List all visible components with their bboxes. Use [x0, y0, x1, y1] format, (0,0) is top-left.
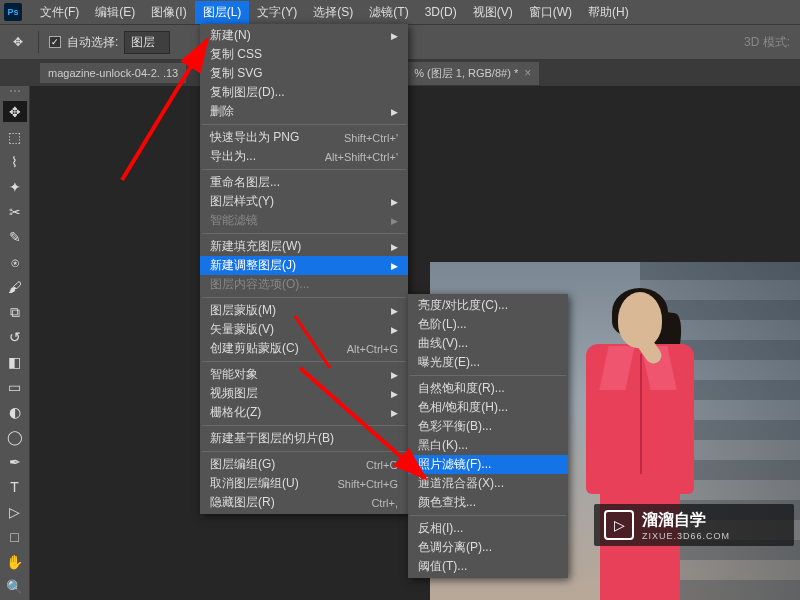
submenu-item[interactable]: 曝光度(E)... [408, 353, 568, 372]
move-tool-icon: ✥ [8, 32, 28, 52]
menu-item[interactable]: 导出为...Alt+Shift+Ctrl+' [200, 147, 408, 166]
menu-item[interactable]: 新建(N)▶ [200, 26, 408, 45]
submenu-item[interactable]: 阈值(T)... [408, 557, 568, 576]
menu-item[interactable]: 新建调整图层(J)▶ [200, 256, 408, 275]
menu-item-label: 智能对象 [210, 366, 258, 383]
path-selection-tool[interactable]: ▷ [3, 502, 27, 523]
crop-tool[interactable]: ✂ [3, 201, 27, 222]
zoom-tool[interactable]: 🔍 [3, 577, 27, 598]
menu-layer[interactable]: 图层(L) [195, 1, 250, 24]
menu-window[interactable]: 窗口(W) [521, 1, 580, 24]
menu-edit[interactable]: 编辑(E) [87, 1, 143, 24]
menu-select[interactable]: 选择(S) [305, 1, 361, 24]
submenu-item[interactable]: 亮度/对比度(C)... [408, 296, 568, 315]
close-icon[interactable]: × [524, 66, 531, 80]
eyedropper-tool[interactable]: ✎ [3, 226, 27, 247]
menu-filter[interactable]: 滤镜(T) [361, 1, 416, 24]
submenu-arrow-icon: ▶ [391, 216, 398, 226]
menu-item[interactable]: 创建剪贴蒙版(C)Alt+Ctrl+G [200, 339, 408, 358]
submenu-item[interactable]: 色相/饱和度(H)... [408, 398, 568, 417]
rectangle-tool[interactable]: □ [3, 527, 27, 548]
blur-tool[interactable]: ◐ [3, 402, 27, 423]
submenu-item[interactable]: 照片滤镜(F)... [408, 455, 568, 474]
menu-item[interactable]: 新建填充图层(W)▶ [200, 237, 408, 256]
menu-shortcut: Ctrl+, [371, 497, 398, 509]
menu-image[interactable]: 图像(I) [143, 1, 194, 24]
menu-item[interactable]: 重命名图层... [200, 173, 408, 192]
menu-shortcut: Alt+Ctrl+G [347, 343, 398, 355]
menu-shortcut: Shift+Ctrl+' [344, 132, 398, 144]
menu-item[interactable]: 矢量蒙版(V)▶ [200, 320, 408, 339]
submenu-item[interactable]: 反相(I)... [408, 519, 568, 538]
submenu-item[interactable]: 色彩平衡(B)... [408, 417, 568, 436]
layer-dropdown-menu: 新建(N)▶复制 CSS复制 SVG复制图层(D)...删除▶快速导出为 PNG… [200, 24, 408, 514]
menu-item[interactable]: 删除▶ [200, 102, 408, 121]
submenu-item[interactable]: 色调分离(P)... [408, 538, 568, 557]
marquee-tool[interactable]: ⬚ [3, 126, 27, 147]
menu-item-label: 重命名图层... [210, 174, 280, 191]
lasso-tool[interactable]: ⌇ [3, 151, 27, 172]
tool-panel: ✥ ⬚ ⌇ ✦ ✂ ✎ ⍟ 🖌 ⧉ ↺ ◧ ▭ ◐ ◯ ✒ T ▷ □ ✋ 🔍 [0, 86, 30, 600]
submenu-item[interactable]: 通道混合器(X)... [408, 474, 568, 493]
menu-item[interactable]: 取消图层编组(U)Shift+Ctrl+G [200, 474, 408, 493]
document-tab-2[interactable]: % (图层 1, RGB/8#) * × [406, 62, 539, 85]
brush-tool[interactable]: 🖌 [3, 276, 27, 297]
type-tool[interactable]: T [3, 477, 27, 498]
layer-group-dropdown[interactable]: 图层 [124, 31, 170, 54]
panel-grip[interactable] [5, 90, 25, 95]
menu-file[interactable]: 文件(F) [32, 1, 87, 24]
menu-item-label: 复制 SVG [210, 65, 263, 82]
submenu-item[interactable]: 自然饱和度(R)... [408, 379, 568, 398]
menu-item[interactable]: 栅格化(Z)▶ [200, 403, 408, 422]
auto-select-checkbox[interactable]: ✓ [49, 36, 61, 48]
menu-item-label: 视频图层 [210, 385, 258, 402]
submenu-item[interactable]: 颜色查找... [408, 493, 568, 512]
document-tab-1[interactable]: magazine-unlock-04-2. .13 [40, 63, 186, 83]
dodge-tool[interactable]: ◯ [3, 427, 27, 448]
tab-title: % (图层 1, RGB/8#) * [414, 66, 518, 81]
menu-item[interactable]: 复制图层(D)... [200, 83, 408, 102]
play-icon: ▷ [604, 510, 634, 540]
submenu-item[interactable]: 曲线(V)... [408, 334, 568, 353]
menu-item[interactable]: 图层蒙版(M)▶ [200, 301, 408, 320]
submenu-arrow-icon: ▶ [391, 370, 398, 380]
menu-item[interactable]: 图层样式(Y)▶ [200, 192, 408, 211]
clone-stamp-tool[interactable]: ⧉ [3, 302, 27, 323]
pen-tool[interactable]: ✒ [3, 452, 27, 473]
new-adjustment-layer-submenu: 亮度/对比度(C)...色阶(L)...曲线(V)...曝光度(E)...自然饱… [408, 294, 568, 578]
menu-separator [202, 425, 406, 426]
eraser-tool[interactable]: ◧ [3, 352, 27, 373]
menu-help[interactable]: 帮助(H) [580, 1, 637, 24]
menu-item-label: 新建调整图层(J) [210, 257, 296, 274]
menu-item[interactable]: 快速导出为 PNGShift+Ctrl+' [200, 128, 408, 147]
submenu-arrow-icon: ▶ [391, 261, 398, 271]
auto-select-label: 自动选择: [67, 34, 118, 51]
menu-item[interactable]: 复制 SVG [200, 64, 408, 83]
history-brush-tool[interactable]: ↺ [3, 327, 27, 348]
submenu-item[interactable]: 色阶(L)... [408, 315, 568, 334]
hand-tool[interactable]: ✋ [3, 552, 27, 573]
menu-item[interactable]: 图层编组(G)Ctrl+G [200, 455, 408, 474]
menu-separator [202, 297, 406, 298]
menu-item-label: 取消图层编组(U) [210, 475, 299, 492]
magic-wand-tool[interactable]: ✦ [3, 176, 27, 197]
gradient-tool[interactable]: ▭ [3, 377, 27, 398]
healing-brush-tool[interactable]: ⍟ [3, 251, 27, 272]
watermark-title: 溜溜自学 [642, 510, 730, 531]
move-tool[interactable]: ✥ [3, 101, 27, 122]
menu-item[interactable]: 新建基于图层的切片(B) [200, 429, 408, 448]
menu-item[interactable]: 隐藏图层(R)Ctrl+, [200, 493, 408, 512]
ps-logo: Ps [4, 3, 22, 21]
menu-3d[interactable]: 3D(D) [417, 2, 465, 22]
menu-separator [202, 124, 406, 125]
menu-view[interactable]: 视图(V) [465, 1, 521, 24]
menu-item[interactable]: 复制 CSS [200, 45, 408, 64]
tab-title: magazine-unlock-04-2. .13 [48, 67, 178, 79]
menu-item[interactable]: 视频图层▶ [200, 384, 408, 403]
submenu-item[interactable]: 黑白(K)... [408, 436, 568, 455]
menu-type[interactable]: 文字(Y) [249, 1, 305, 24]
menu-item-label: 导出为... [210, 148, 256, 165]
menu-item-label: 创建剪贴蒙版(C) [210, 340, 299, 357]
menu-item-label: 复制 CSS [210, 46, 262, 63]
menu-item[interactable]: 智能对象▶ [200, 365, 408, 384]
